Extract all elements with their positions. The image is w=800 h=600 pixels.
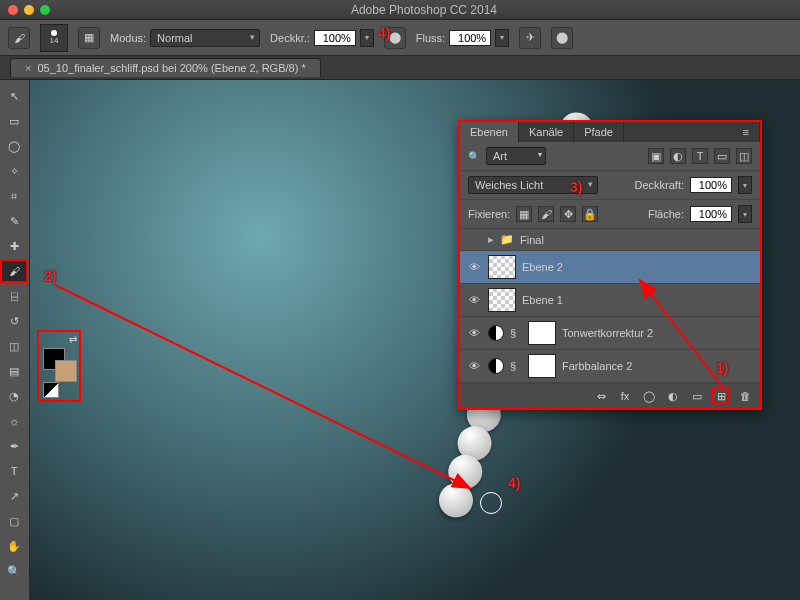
lock-position-icon[interactable]: ✥ [560,206,576,222]
mask-thumbnail[interactable] [528,354,556,378]
gradient-tool[interactable]: ▤ [0,359,28,383]
type-tool[interactable]: T [0,459,28,483]
lock-label: Fixieren: [468,208,510,220]
layer-thumbnail[interactable] [488,255,516,279]
eraser-tool[interactable]: ◫ [0,334,28,358]
new-adjustment-icon[interactable]: ◐ [664,388,682,404]
window-controls[interactable] [8,5,50,15]
path-select-tool[interactable]: ↗ [0,484,28,508]
app-title: Adobe Photoshop CC 2014 [56,3,792,17]
lock-transparency-icon[interactable]: ▦ [516,206,532,222]
link-layers-icon[interactable]: ⇔ [592,388,610,404]
new-layer-icon[interactable]: ⊞ [712,388,730,404]
delete-layer-icon[interactable]: 🗑 [736,388,754,404]
dodge-tool[interactable]: ☼ [0,409,28,433]
filter-text-icon[interactable]: T [692,148,708,164]
lasso-tool[interactable]: ◯ [0,134,28,158]
layer-opacity-input[interactable] [690,177,732,193]
brush-cursor [480,492,502,514]
layer-row-ebene-1[interactable]: 👁 Ebene 1 [460,284,760,317]
close-window-icon[interactable] [8,5,18,15]
minimize-window-icon[interactable] [24,5,34,15]
tab-paths[interactable]: Pfade [574,122,624,142]
layer-name[interactable]: Ebene 2 [522,261,563,273]
visibility-toggle[interactable]: 👁 [466,360,482,372]
pen-tool[interactable]: ✒ [0,434,28,458]
tab-channels[interactable]: Kanäle [519,122,574,142]
lock-paint-icon[interactable]: 🖌 [538,206,554,222]
document-tab-bar: × 05_10_finaler_schliff.psd bei 200% (Eb… [0,56,800,80]
folder-icon: 📁 [500,233,514,246]
expand-icon[interactable]: ▸ [488,233,494,246]
layer-opacity-dropdown-icon[interactable] [738,176,752,194]
layer-name[interactable]: Farbbalance 2 [562,360,632,372]
left-toolbar: ↖ ▭ ◯ ✧ ⌗ ✎ ✚ 🖌 ⌸ ↺ ◫ ▤ ◔ ☼ ✒ T ↗ ▢ ✋ 🔍 [0,80,30,600]
opacity-input[interactable] [314,30,356,46]
brush-size-value: 14 [50,36,59,45]
swap-colors-icon[interactable]: ⇄ [69,334,77,345]
tool-options-bar: 🖌 14 ▦ Modus: Normal Deckkr.: ⬤ Fluss: ✈… [0,20,800,56]
shape-tool[interactable]: ▢ [0,509,28,533]
zoom-tool[interactable]: 🔍 [0,559,28,583]
fill-dropdown-icon[interactable] [738,205,752,223]
blur-tool[interactable]: ◔ [0,384,28,408]
crop-tool[interactable]: ⌗ [0,184,28,208]
marquee-tool[interactable]: ▭ [0,109,28,133]
layer-name[interactable]: Tonwertkorrektur 2 [562,327,653,339]
eyedropper-tool[interactable]: ✎ [0,209,28,233]
link-icon: § [510,360,522,372]
color-swatches: ⇄ [37,330,81,402]
wand-tool[interactable]: ✧ [0,159,28,183]
stamp-tool[interactable]: ⌸ [0,284,28,308]
layers-panel-footer: ⇔ fx ◯ ◐ ▭ ⊞ 🗑 [460,383,760,408]
brush-panel-toggle-icon[interactable]: ▦ [78,27,100,49]
add-mask-icon[interactable]: ◯ [640,388,658,404]
layer-filter-kind-dropdown[interactable]: Art [486,147,546,165]
move-tool[interactable]: ↖ [0,84,28,108]
filter-image-icon[interactable]: ▣ [648,148,664,164]
new-group-icon[interactable]: ▭ [688,388,706,404]
adjustment-icon [488,358,504,374]
mode-label: Modus: [110,32,146,44]
filter-shape-icon[interactable]: ▭ [714,148,730,164]
background-color[interactable] [55,360,77,382]
visibility-toggle[interactable]: 👁 [466,294,482,306]
filter-adjust-icon[interactable]: ◐ [670,148,686,164]
layer-row-farbbalance[interactable]: 👁 § Farbbalance 2 [460,350,760,383]
filter-smart-icon[interactable]: ◫ [736,148,752,164]
blend-mode-dropdown[interactable]: Normal [150,29,260,47]
opacity-dropdown-icon[interactable] [360,29,374,47]
lock-all-icon[interactable]: 🔒 [582,206,598,222]
visibility-toggle[interactable]: 👁 [466,327,482,339]
visibility-toggle[interactable]: 👁 [466,261,482,273]
layer-name[interactable]: Ebene 1 [522,294,563,306]
current-tool-icon[interactable]: 🖌 [8,27,30,49]
zoom-window-icon[interactable] [40,5,50,15]
fx-icon[interactable]: fx [616,388,634,404]
pressure-size-icon[interactable]: ⬤ [551,27,573,49]
document-tab[interactable]: × 05_10_finaler_schliff.psd bei 200% (Eb… [10,58,321,77]
layer-row-group-final[interactable]: ▸ 📁 Final [460,229,760,251]
brush-tool[interactable]: 🖌 [0,259,28,283]
fill-input[interactable] [690,206,732,222]
hand-tool[interactable]: ✋ [0,534,28,558]
annotation-4-canvas: 4) [508,475,520,491]
brush-preset-picker[interactable]: 14 [40,24,68,52]
layer-row-tonwert[interactable]: 👁 § Tonwertkorrektur 2 [460,317,760,350]
history-brush-tool[interactable]: ↺ [0,309,28,333]
panel-tab-strip: Ebenen Kanäle Pfade ≡ [460,122,760,142]
adjustment-icon [488,325,504,341]
default-colors-icon[interactable] [43,382,59,398]
layer-row-ebene-2[interactable]: 👁 Ebene 2 [460,251,760,284]
layer-name[interactable]: Final [520,234,544,246]
close-tab-icon[interactable]: × [25,62,31,74]
flow-dropdown-icon[interactable] [495,29,509,47]
mask-thumbnail[interactable] [528,321,556,345]
flow-input[interactable] [449,30,491,46]
tab-layers[interactable]: Ebenen [460,122,519,142]
panel-menu-icon[interactable]: ≡ [733,122,760,142]
airbrush-toggle-icon[interactable]: ✈ [519,27,541,49]
fill-label: Fläche: [648,208,684,220]
layer-thumbnail[interactable] [488,288,516,312]
healing-tool[interactable]: ✚ [0,234,28,258]
